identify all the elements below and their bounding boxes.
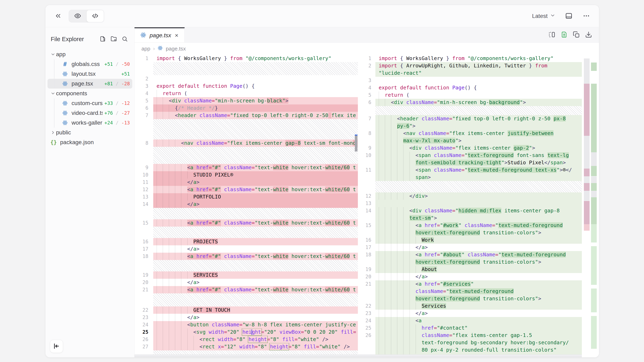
more-options-button[interactable]: [581, 10, 592, 22]
vertical-scrollbar-thumb[interactable]: [355, 135, 358, 151]
code-line[interactable]: 24 <button className="w-8 h-8 flex items…: [134, 321, 358, 329]
code-line[interactable]: 14 <div className="hidden md:flex items-…: [358, 207, 582, 214]
code-line[interactable]: 16 PROJECTS: [134, 238, 358, 245]
version-dropdown[interactable]: Latest: [531, 13, 556, 20]
tab-close-button[interactable]: ×: [174, 32, 179, 39]
code-line[interactable]: 2: [134, 75, 358, 82]
code-line[interactable]: 4 return (: [134, 90, 358, 97]
preview-toggle-button[interactable]: [69, 10, 86, 22]
code-line[interactable]: 9 <div className="flex items-center gap-…: [358, 144, 582, 152]
collapse-panel-button[interactable]: [53, 10, 64, 22]
code-line[interactable]: 2import { ArrowUpRight, Github, Linkedin…: [358, 62, 582, 69]
code-line[interactable]: 18 <a href="#about" className="text-mute…: [358, 251, 582, 258]
code-line[interactable]: 5 <div className="min-h-screen bg-black"…: [134, 97, 358, 104]
code-line[interactable]: 27 <rect x="12" width="8" height="8" fil…: [134, 343, 358, 351]
code-line[interactable]: 13 PORTFOLIO: [134, 193, 358, 201]
code-line[interactable]: 23 </a>: [134, 314, 358, 321]
collapsed-region[interactable]: [134, 208, 358, 219]
code-toggle-button[interactable]: [86, 10, 104, 22]
sidebar-folder-components[interactable]: components: [48, 89, 132, 98]
code-line[interactable]: hover:text-foreground transition-colors"…: [358, 258, 582, 266]
collapsed-region[interactable]: [134, 147, 358, 164]
code-line[interactable]: 25 href="#contact": [358, 324, 582, 332]
sidebar-file-custom-curs[interactable]: custom-curs…+33 / -12: [48, 98, 132, 108]
code-line[interactable]: 5 return (: [358, 91, 582, 99]
code-line[interactable]: 23 </a>: [358, 310, 582, 317]
code-line[interactable]: className="text-muted-foreground: [358, 288, 582, 295]
code-line[interactable]: 19 About: [358, 266, 582, 273]
code-line[interactable]: 7 <header className="fixed top-0 left-0 …: [358, 115, 582, 122]
code-line[interactable]: 24 <a: [358, 317, 582, 324]
code-line[interactable]: 3: [358, 77, 582, 84]
code-line[interactable]: font-semibold tracking-tight">Studio Pix…: [358, 159, 582, 166]
sidebar-file-works-galler[interactable]: works-galler…+24 / -13: [48, 118, 132, 128]
code-line[interactable]: 14 </a>: [134, 201, 358, 208]
code-line[interactable]: 15 <a href="#" className="text-white hov…: [134, 219, 358, 227]
horizontal-scrollbar[interactable]: [134, 355, 582, 357]
code-line[interactable]: 21 <a href="#services": [358, 280, 582, 288]
sidebar-file-layout.tsx[interactable]: layout.tsx+51: [48, 69, 132, 79]
sidebar-file-video-card.tsx[interactable]: video-card.tsx+76 / -27: [48, 108, 132, 118]
sidebar-file-package.json[interactable]: {}package.json: [48, 137, 132, 147]
diff-pane-old[interactable]: 1import { WorksGallery } from "@/compone…: [134, 55, 358, 357]
code-line[interactable]: 20 </a>: [358, 273, 582, 280]
code-line[interactable]: 10 STUDIO PIXEL®: [134, 171, 358, 179]
code-line[interactable]: 26 <rect width="8" height="8" fill="whit…: [134, 336, 358, 343]
sidebar-file-globals.css[interactable]: #globals.css+51 / -50: [48, 59, 132, 69]
search-files-button[interactable]: [120, 34, 130, 44]
download-button[interactable]: [584, 29, 594, 40]
file-diff-button[interactable]: [559, 29, 569, 40]
code-line[interactable]: 19 SERVICES: [134, 271, 358, 279]
breadcrumb-file[interactable]: page.tsx: [166, 46, 186, 52]
code-line[interactable]: 11 <span className="text-muted-foregroun…: [358, 166, 582, 174]
code-line[interactable]: "lucide-react": [358, 69, 582, 77]
code-line[interactable]: 7 <header className="fixed top-0 left-0 …: [134, 112, 358, 119]
collapse-sidebar-button[interactable]: [50, 340, 63, 353]
collapsed-region[interactable]: [358, 106, 582, 115]
code-line[interactable]: 17 </a>: [134, 245, 358, 253]
code-line[interactable]: 16 Work: [358, 236, 582, 244]
code-line[interactable]: 3export default function Page() {: [134, 82, 358, 90]
code-line[interactable]: 15 <a href="#work" className="text-muted…: [358, 222, 582, 229]
sidebar-file-page.tsx[interactable]: page.tsx+81 / -28: [48, 79, 132, 89]
panel-bottom-button[interactable]: [564, 10, 574, 22]
code-line[interactable]: 12 </div>: [358, 192, 582, 200]
code-line[interactable]: 13: [358, 200, 582, 207]
split-view-button[interactable]: [547, 29, 557, 40]
diff-minimap[interactable]: [584, 56, 597, 354]
code-line[interactable]: 18 <a href="#" className="text-white hov…: [134, 253, 358, 260]
code-line[interactable]: span>: [358, 174, 582, 181]
code-line[interactable]: 1import { WorksGallery } from "@/compone…: [358, 55, 582, 62]
diff-pane-new[interactable]: 1import { WorksGallery } from "@/compone…: [358, 55, 599, 357]
code-line[interactable]: text-sm">: [358, 214, 582, 222]
code-line[interactable]: 20 </a>: [134, 279, 358, 286]
code-line[interactable]: 17 </a>: [358, 244, 582, 251]
code-line[interactable]: text-foreground bg-secondary hover:bg-se…: [358, 339, 582, 346]
code-line[interactable]: 6 <div className="min-h-screen bg-backgr…: [358, 99, 582, 106]
code-line[interactable]: 11 </a>: [134, 179, 358, 186]
code-line[interactable]: 9 <a href="#" className="text-white hove…: [134, 164, 358, 171]
collapsed-region[interactable]: [134, 293, 358, 307]
code-line[interactable]: 25 <svg width="20" height="20" viewBox="…: [134, 329, 358, 336]
sidebar-folder-app[interactable]: app: [48, 49, 132, 59]
sidebar-folder-public[interactable]: public: [48, 128, 132, 137]
copy-button[interactable]: [571, 29, 582, 40]
code-line[interactable]: hover:text-foreground transition-colors"…: [358, 229, 582, 236]
code-line[interactable]: 4export default function Page() {: [358, 84, 582, 91]
new-file-button[interactable]: [98, 34, 108, 44]
new-folder-button[interactable]: [109, 34, 118, 44]
code-line[interactable]: 10 <span className="text-foreground font…: [358, 152, 582, 159]
code-line[interactable]: max-w-7xl mx-auto">: [358, 137, 582, 144]
code-line[interactable]: hover:text-foreground transition-colors"…: [358, 295, 582, 302]
collapsed-region[interactable]: [134, 119, 358, 139]
breadcrumb-root[interactable]: app: [142, 46, 150, 52]
collapsed-region[interactable]: [134, 62, 358, 75]
tab-page-tsx[interactable]: page.tsx ×: [134, 27, 185, 42]
code-line[interactable]: 21 <a href="#" className="text-white hov…: [134, 286, 358, 293]
code-line[interactable]: 22 GET IN TOUCH: [134, 307, 358, 314]
code-line[interactable]: 8 <nav className="flex items-center gap-…: [134, 139, 358, 147]
code-line[interactable]: 22 Services: [358, 302, 582, 310]
code-line[interactable]: 1import { WorksGallery } from "@/compone…: [134, 55, 358, 62]
collapsed-region[interactable]: [358, 181, 582, 192]
collapsed-region[interactable]: [134, 227, 358, 238]
